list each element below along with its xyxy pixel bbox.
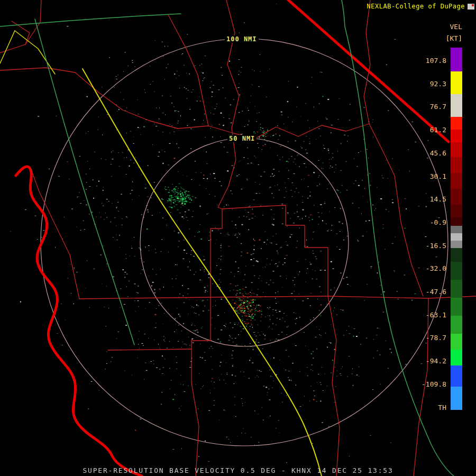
county-boundary-line bbox=[168, 15, 208, 126]
colorbar-tick-label: -32.0 bbox=[426, 264, 446, 272]
colorbar-tick-label: -0.9 bbox=[430, 218, 446, 226]
colorbar-tick-label: -109.8 bbox=[422, 380, 446, 388]
colorbar-tick-label: -16.5 bbox=[426, 242, 446, 250]
county-boundary-line bbox=[328, 296, 340, 476]
colorbar-segment bbox=[451, 241, 462, 248]
colorbar-segment bbox=[451, 226, 462, 233]
colorbar-segment bbox=[451, 130, 462, 142]
colorbar-tick-label: -94.2 bbox=[426, 357, 446, 365]
velocity-colorbar bbox=[451, 48, 462, 410]
colorbar-title-unit-symbol: [KT] bbox=[446, 33, 462, 44]
colorbar-tick-label: 107.8 bbox=[426, 57, 446, 65]
county-boundary-line bbox=[79, 297, 210, 299]
range-ring-label-100: 100 NMI bbox=[225, 35, 259, 43]
colorbar-tick-label: -78.7 bbox=[426, 334, 446, 342]
range-ring-circle bbox=[140, 138, 349, 346]
colorbar-segment bbox=[451, 334, 462, 350]
colorbar-segment bbox=[451, 205, 462, 217]
county-boundary-line bbox=[264, 205, 328, 296]
colorbar-tick-label: 92.3 bbox=[430, 80, 446, 88]
state-boundary-line bbox=[16, 167, 142, 476]
highway-green-line bbox=[0, 14, 181, 26]
colorbar-tick-label: 14.5 bbox=[430, 195, 446, 203]
colorbar-segment bbox=[451, 173, 462, 189]
colorbar-segment bbox=[451, 189, 462, 205]
colorbar-segment bbox=[451, 142, 462, 157]
colorbar-tick-label: TH bbox=[438, 404, 446, 411]
colorbar-segment bbox=[451, 387, 462, 410]
colorbar-title: VEL [KT] bbox=[446, 21, 462, 44]
colorbar-segment bbox=[451, 94, 462, 117]
colorbar-segment bbox=[451, 157, 462, 173]
radar-display: 100 NMI 50 NMI NEXLAB-College of DuPage … bbox=[0, 0, 476, 476]
colorbar-segment bbox=[451, 280, 462, 298]
colorbar-segment bbox=[451, 262, 462, 280]
colorbar-segment bbox=[451, 316, 462, 334]
colorbar-segment bbox=[451, 233, 462, 241]
colorbar-segment bbox=[451, 217, 462, 226]
colorbar-tick-label: 45.6 bbox=[430, 149, 446, 157]
highway-yellow-line bbox=[15, 31, 55, 74]
colorbar-tick-label: -63.1 bbox=[426, 311, 446, 319]
county-boundary-line bbox=[210, 206, 264, 297]
range-ring-label-50: 50 NMI bbox=[227, 135, 257, 142]
colorbar-segment bbox=[451, 71, 462, 94]
product-caption: SUPER-RESOLUTION BASE VELOCITY 0.5 DEG -… bbox=[0, 466, 476, 474]
colorbar-tick-labels: 107.892.376.761.245.630.114.5-0.9-16.5-3… bbox=[409, 0, 446, 476]
colorbar-segment bbox=[451, 365, 462, 387]
county-boundary-line bbox=[108, 349, 191, 350]
colorbar-tick-label: -47.6 bbox=[426, 288, 446, 296]
county-boundary-line bbox=[75, 72, 369, 139]
colorbar-segment bbox=[451, 350, 462, 365]
highway-yellow-line bbox=[83, 69, 322, 476]
county-boundary-line bbox=[0, 0, 41, 53]
colorbar-tick-label: 61.2 bbox=[430, 126, 446, 134]
highway-yellow-line bbox=[0, 31, 15, 63]
county-boundary-line bbox=[0, 68, 75, 72]
county-boundary-line bbox=[218, 0, 239, 209]
county-boundary-line bbox=[31, 168, 79, 299]
county-boundary-line bbox=[210, 296, 328, 297]
map-overlay-svg bbox=[0, 0, 476, 476]
colorbar-segment bbox=[451, 117, 462, 130]
county-boundary-line bbox=[364, 0, 370, 124]
colorbar-segment bbox=[451, 298, 462, 316]
range-ring-circle bbox=[41, 39, 448, 446]
colorbar-segment bbox=[451, 48, 462, 71]
colorbar-segment bbox=[451, 248, 462, 262]
colorbar-tick-label: 30.1 bbox=[430, 172, 446, 180]
colorbar-tick-label: 76.7 bbox=[430, 103, 446, 111]
colorbar-title-units: VEL bbox=[446, 21, 462, 33]
nexlab-logo-icon bbox=[468, 4, 474, 10]
county-boundary-line bbox=[191, 297, 210, 476]
